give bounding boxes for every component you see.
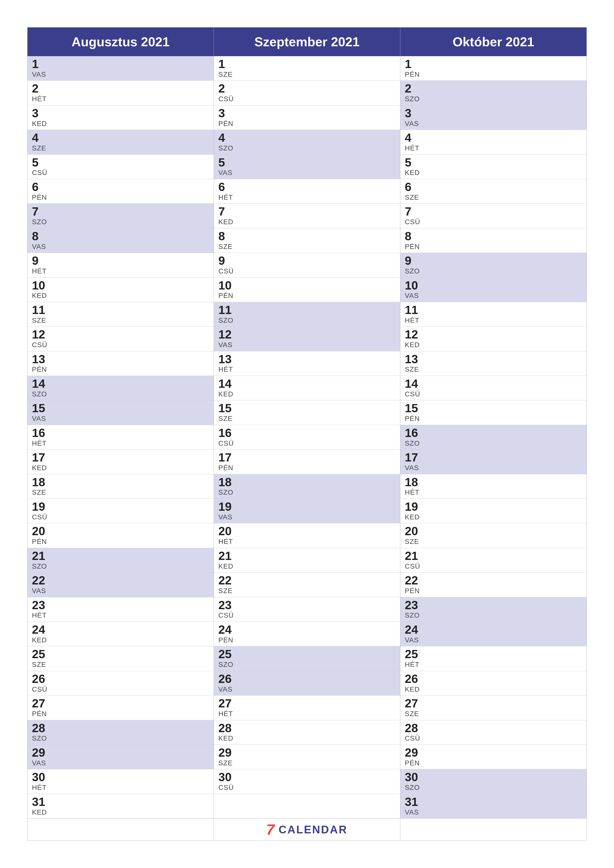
day-number: 29 (218, 746, 396, 760)
day-name: PÉN (405, 415, 582, 423)
day-name: HÉT (32, 612, 209, 619)
day-name: CSÜ (32, 513, 209, 521)
day-number: 30 (218, 771, 396, 784)
day-name: PÉN (218, 636, 396, 644)
day-cell: 30SZO (400, 769, 586, 794)
day-name: SZE (218, 760, 396, 767)
day-name: SZE (405, 366, 582, 374)
day-name: HÉT (32, 268, 209, 275)
day-name: SZE (218, 71, 396, 78)
day-number: 7 (405, 205, 582, 218)
day-cell: 6HÉT (214, 179, 400, 204)
day-name: SZO (218, 317, 396, 324)
day-name: SZE (405, 194, 582, 202)
day-cell: 27SZE (400, 696, 586, 720)
day-name: SZE (32, 317, 209, 324)
day-cell: 14SZO (28, 376, 214, 400)
day-number: 3 (218, 107, 396, 120)
day-number: 23 (32, 599, 209, 612)
day-number: 29 (405, 746, 582, 760)
calendar-logo-icon: 7 (266, 822, 275, 837)
day-cell: 12CSÜ (28, 327, 214, 351)
day-number: 1 (405, 57, 582, 71)
day-number: 19 (32, 500, 209, 513)
day-cell: 5VAS (214, 155, 400, 179)
day-cell: 10KED (28, 277, 214, 302)
day-cell: 23SZO (400, 597, 586, 622)
day-number: 21 (218, 550, 396, 563)
day-cell: 19VAS (214, 499, 400, 523)
day-name: VAS (32, 587, 209, 595)
month-col-0: 1VAS2HÉT3KED4SZE5CSÜ6PÉN7SZO8VAS9HÉT10KE… (28, 56, 214, 818)
day-name: HÉT (32, 95, 209, 103)
day-cell: 24PÉN (214, 622, 400, 646)
day-cell: 23CSÜ (214, 597, 400, 622)
day-number: 2 (32, 82, 209, 95)
day-number: 28 (405, 722, 582, 735)
day-number: 14 (218, 377, 396, 391)
day-number: 25 (218, 648, 396, 661)
day-name: HÉT (405, 661, 582, 668)
day-cell: 7CSÜ (400, 204, 586, 228)
day-name: SZE (218, 415, 396, 423)
day-name: SZO (32, 735, 209, 742)
day-cell: 19CSÜ (28, 499, 214, 523)
day-name: SZO (405, 440, 582, 447)
day-cell: 15SZE (214, 400, 400, 425)
day-number: 28 (218, 722, 396, 735)
month-col-2: 1PÉN2SZO3VAS4HÉT5KED6SZE7CSÜ8PÉN9SZO10VA… (400, 56, 586, 818)
day-name: VAS (218, 686, 396, 693)
day-number: 30 (405, 771, 582, 784)
day-name: KED (405, 169, 582, 177)
day-cell: 24VAS (400, 622, 586, 646)
page: Augusztus 2021 Szeptember 2021 Október 2… (12, 12, 602, 856)
day-cell: 7SZO (28, 204, 214, 228)
day-name: KED (218, 391, 396, 398)
day-number: 31 (32, 795, 209, 809)
day-number: 18 (218, 476, 396, 489)
day-name: CSÜ (218, 612, 396, 619)
day-number: 15 (32, 402, 209, 415)
footer-row: 7 CALENDAR (28, 818, 586, 840)
day-name: VAS (32, 415, 209, 423)
day-number: 27 (218, 697, 396, 710)
day-cell: 25HÉT (400, 646, 586, 671)
day-name: HÉT (218, 194, 396, 202)
day-cell: 6PÉN (28, 179, 214, 204)
day-name: KED (405, 513, 582, 521)
day-number: 31 (405, 795, 582, 809)
day-name: PÉN (32, 710, 209, 718)
col-header-oct: Október 2021 (400, 28, 586, 56)
day-cell: 1PÉN (400, 56, 586, 81)
day-number: 9 (405, 254, 582, 268)
day-name: SZE (32, 489, 209, 496)
day-number: 5 (32, 156, 209, 169)
day-number: 26 (32, 673, 209, 686)
day-cell: 5CSÜ (28, 155, 214, 179)
day-number: 11 (218, 304, 396, 317)
day-number: 30 (32, 771, 209, 784)
day-cell: 26CSÜ (28, 671, 214, 696)
day-name: SZO (32, 563, 209, 570)
day-name: SZO (405, 95, 582, 103)
day-number: 12 (218, 328, 396, 341)
day-number: 13 (405, 353, 582, 366)
day-name: CSÜ (218, 95, 396, 103)
day-name: VAS (218, 341, 396, 349)
day-name: VAS (405, 120, 582, 128)
day-cell: 30CSÜ (214, 769, 400, 794)
day-name: CSÜ (32, 169, 209, 177)
day-number: 14 (405, 377, 582, 391)
calendar-logo-text: CALENDAR (278, 823, 348, 836)
day-cell: 14CSÜ (400, 376, 586, 400)
day-number: 8 (405, 230, 582, 243)
day-cell: 16HÉT (28, 425, 214, 450)
day-cell: 17KED (28, 450, 214, 474)
day-name: CSÜ (405, 563, 582, 570)
day-name: HÉT (32, 784, 209, 792)
day-cell: 10PÉN (214, 277, 400, 302)
day-name: PÉN (218, 120, 396, 128)
day-number: 13 (218, 353, 396, 366)
day-name: PÉN (32, 194, 209, 202)
day-cell: 28CSÜ (400, 720, 586, 745)
